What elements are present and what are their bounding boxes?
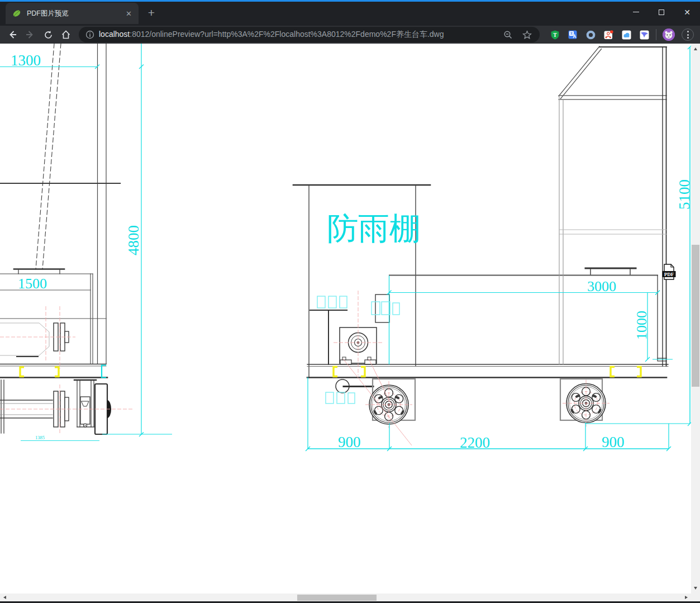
scroll-left-arrow[interactable] <box>3 596 6 599</box>
browser-tab[interactable]: PDF图片预览 ✕ <box>6 3 139 24</box>
scroll-up-arrow[interactable] <box>694 48 697 50</box>
pdf-badge-label: PDF <box>664 272 674 277</box>
profile-avatar[interactable] <box>663 29 675 41</box>
pdf-file-icon[interactable]: PDF <box>663 264 676 279</box>
spring-leaf-favicon <box>12 9 21 18</box>
url-text[interactable]: localhost:8012/onlinePreview?url=http%3A… <box>99 30 503 40</box>
address-bar[interactable]: localhost:8012/onlinePreview?url=http%3A… <box>79 27 540 42</box>
tab-title: PDF图片预览 <box>27 9 126 18</box>
extension-tampermonkey-icon[interactable]: T <box>550 30 559 39</box>
scroll-right-arrow[interactable] <box>685 596 688 599</box>
svg-text:T: T <box>553 32 557 38</box>
back-button[interactable] <box>4 26 20 44</box>
extension-ring-icon[interactable] <box>586 30 595 39</box>
browser-window: PDF图片预览 ✕ + ✕ localhost:8012/onlinePrevi… <box>0 0 700 603</box>
dwg-preview-canvas: 1300 1500 4800 1385 <box>0 44 691 593</box>
dim-1385: 1385 <box>35 435 45 440</box>
home-button[interactable] <box>58 26 74 44</box>
forward-button[interactable] <box>22 26 38 44</box>
scroll-down-arrow[interactable] <box>694 587 697 590</box>
extension-bird-icon[interactable] <box>640 30 649 39</box>
window-close-button[interactable]: ✕ <box>674 0 700 24</box>
vertical-scrollbar[interactable] <box>691 44 700 593</box>
tab-close-icon[interactable]: ✕ <box>126 10 132 18</box>
shed-label: 防雨棚 <box>327 211 421 246</box>
new-tab-button[interactable]: + <box>144 6 159 20</box>
bookmark-star-icon[interactable] <box>522 30 532 40</box>
site-info-icon[interactable] <box>85 30 94 39</box>
zoom-icon[interactable] <box>503 30 512 39</box>
dim-1500: 1500 <box>18 276 47 292</box>
browser-toolbar: localhost:8012/onlinePreview?url=http%3A… <box>0 26 700 44</box>
window-maximize-button[interactable] <box>649 0 674 24</box>
cad-drawing: 1300 1500 4800 1385 <box>0 44 691 593</box>
dim-900-left: 900 <box>338 434 361 450</box>
horizontal-scrollbar-thumb[interactable] <box>297 595 377 601</box>
browser-menu-button[interactable] <box>682 29 694 41</box>
dim-3000: 3000 <box>587 278 616 295</box>
dim-2200: 2200 <box>460 434 490 451</box>
dim-1000: 1000 <box>634 311 650 340</box>
dim-5100: 5100 <box>676 179 691 210</box>
toolbar-separator <box>656 29 656 40</box>
extension-translate-icon[interactable] <box>568 30 577 39</box>
window-accent-line <box>0 0 700 2</box>
dim-900-right: 900 <box>602 434 625 450</box>
dim-1300: 1300 <box>11 52 41 69</box>
window-minimize-button[interactable] <box>623 0 649 24</box>
vertical-scrollbar-thumb[interactable] <box>692 245 699 387</box>
horizontal-scrollbar[interactable] <box>0 593 700 601</box>
reload-button[interactable] <box>40 26 56 44</box>
extension-cloud-icon[interactable] <box>622 30 631 39</box>
extension-share-icon[interactable] <box>604 30 613 39</box>
dim-4800: 4800 <box>125 225 142 255</box>
